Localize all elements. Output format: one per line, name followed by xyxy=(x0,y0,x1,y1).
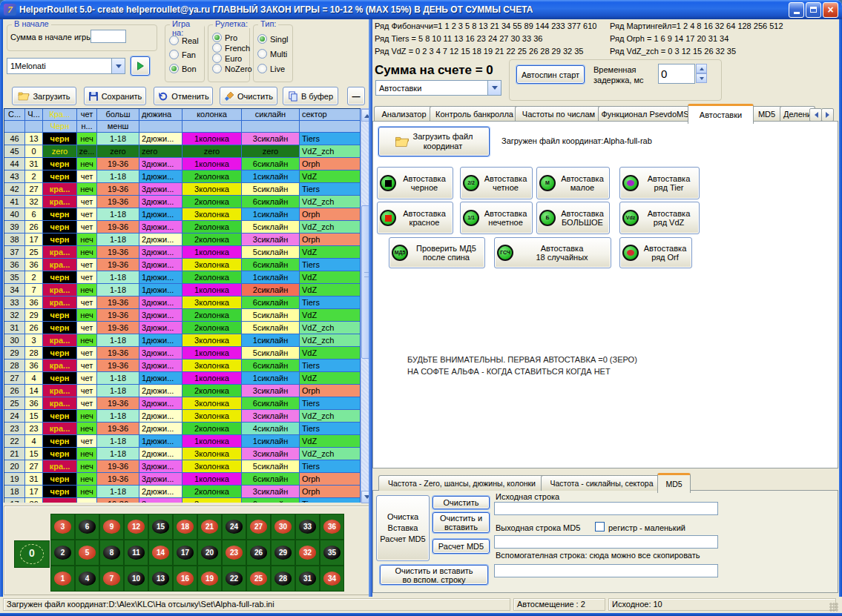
roulette-cell-4[interactable]: 4 xyxy=(75,566,99,592)
radio-roulette-kind-nozero[interactable]: NoZero xyxy=(212,64,252,73)
md5-clear-paste-calc-button[interactable]: ОчисткаВставкаРасчет MD5 xyxy=(376,495,430,561)
roulette-cell-27[interactable]: 27 xyxy=(246,514,271,540)
radio-type-singl[interactable]: Singl xyxy=(257,34,288,44)
table-row[interactable]: 2323кра...неч19-362дюжи...2колонка4сикла… xyxy=(4,423,361,435)
resize-grip[interactable] xyxy=(829,603,838,612)
roulette-cell-6[interactable]: 6 xyxy=(75,514,99,540)
radio-type-live[interactable]: Live xyxy=(257,64,285,73)
radio-roulette-kind-euro[interactable]: Euro xyxy=(212,53,242,63)
table-row[interactable]: 4132кра...чет19-363дюжи...2колонка6сикла… xyxy=(4,196,361,208)
roulette-cell-11[interactable]: 11 xyxy=(124,540,148,566)
autospin-start-button[interactable]: Автоспин старт xyxy=(516,65,585,84)
chevron-down-icon[interactable] xyxy=(487,81,501,95)
table-row[interactable]: 2836кра...чет19-363дюжи...3колонка6сикла… xyxy=(4,360,361,372)
profile-combo[interactable]: 1Melonati xyxy=(7,58,125,74)
autostake-большое-button[interactable]: БАвтоставкаБОЛЬШОЕ xyxy=(536,202,610,234)
bottom-tab-2[interactable]: Частота - сиклайны, сектора xyxy=(541,475,662,491)
roulette-cell-33[interactable]: 33 xyxy=(295,514,320,540)
tab-анализатор[interactable]: Анализатор xyxy=(374,106,434,122)
roulette-cell-3[interactable]: 3 xyxy=(50,514,75,540)
очистить-button[interactable]: Очистить xyxy=(220,87,277,105)
bottom-tab-3[interactable]: MD5 xyxy=(657,473,691,493)
roulette-cell-30[interactable]: 30 xyxy=(271,514,295,540)
autostake-четное-button[interactable]: 2/2Автоставкачетное xyxy=(460,167,533,199)
roulette-cell-26[interactable]: 26 xyxy=(246,540,271,566)
table-row[interactable]: 3725кра...неч19-363дюжи...1колонка5сикла… xyxy=(4,246,361,259)
table-row[interactable]: 2536кра...чет19-363дюжи...3колонка6сикла… xyxy=(4,397,361,410)
delay-input[interactable]: 0 xyxy=(658,64,695,84)
roulette-cell-36[interactable]: 36 xyxy=(320,514,344,540)
md5-calc-button[interactable]: Расчет MD5 xyxy=(432,539,490,554)
radio-game-on-fan[interactable]: Fan xyxy=(169,50,196,59)
table-row[interactable]: 4227кра...неч19-363дюжи...3колонка5сикла… xyxy=(4,183,361,196)
roulette-cell-2[interactable]: 2 xyxy=(50,540,75,566)
table-row[interactable]: 3126чернчет19-363дюжи...2колонка5сиклайн… xyxy=(4,322,361,334)
start-sum-input[interactable] xyxy=(91,30,126,43)
table-row[interactable]: 3636кра...чет19-363дюжи...3колонка6сикла… xyxy=(4,259,361,271)
table-row[interactable]: 2614кра...чет1-182дюжи...2колонка3сиклай… xyxy=(4,385,361,397)
register-checkbox[interactable] xyxy=(595,522,605,531)
tab-md5[interactable]: MD5 xyxy=(749,106,784,122)
delay-spinner[interactable] xyxy=(696,64,707,83)
spinner-up-icon[interactable] xyxy=(696,64,707,73)
table-row[interactable]: 3926чернчет19-363дюжи...2колонка5сиклайн… xyxy=(4,221,361,234)
roulette-cell-21[interactable]: 21 xyxy=(197,514,222,540)
md5-clear-button[interactable]: Очистить xyxy=(432,496,490,509)
radio-roulette-kind-pro[interactable]: Pro xyxy=(212,33,237,42)
source-string-input[interactable] xyxy=(494,502,718,515)
minimize-button[interactable] xyxy=(789,2,804,18)
table-row[interactable]: 352чернчет1-181дюжи...2колонка1сиклайнVd… xyxy=(4,271,361,284)
load-coords-button[interactable]: Загрузить файлкоординат xyxy=(378,127,490,156)
aux-string-input[interactable] xyxy=(494,564,718,577)
spinner-down-icon[interactable] xyxy=(696,73,707,83)
play-button[interactable] xyxy=(131,56,150,76)
autostake-красное-button[interactable]: Автоставкакрасное xyxy=(377,202,453,234)
autostake-малое-button[interactable]: MАвтоставкамалое xyxy=(536,167,610,199)
autostake-после-спина-button[interactable]: МД5Проверить МД5после спина xyxy=(389,237,485,268)
roulette-cell-10[interactable]: 10 xyxy=(124,566,148,592)
radio-type-multi[interactable]: Multi xyxy=(257,49,287,59)
table-row[interactable]: 303кра...неч1-181дюжи...3колонка1сиклайн… xyxy=(4,334,361,347)
roulette-cell-1[interactable]: 1 xyxy=(50,566,75,592)
roulette-cell-24[interactable]: 24 xyxy=(222,514,246,540)
tab-scroll-right[interactable] xyxy=(821,108,834,122)
roulette-cell-0[interactable]: 0 xyxy=(14,540,50,568)
table-row[interactable]: 2415черннеч1-182дюжи...3колонка3сиклайнV… xyxy=(4,410,361,423)
roulette-cell-29[interactable]: 29 xyxy=(271,540,295,566)
autostake-ряд-tier-button[interactable]: Автоставкаряд Tier xyxy=(619,167,700,199)
roulette-cell-9[interactable]: 9 xyxy=(99,514,124,540)
roulette-cell-5[interactable]: 5 xyxy=(75,540,99,566)
roulette-cell-22[interactable]: 22 xyxy=(222,566,246,592)
md5-clear-paste-aux-button[interactable]: Очистить и вставитьво вспом. строку xyxy=(380,565,488,585)
отменить-button[interactable]: Отменить xyxy=(154,87,213,105)
table-row[interactable]: 2027кра...неч19-363дюжи...3колонка5сикла… xyxy=(4,460,361,473)
table-row[interactable]: 2928чернчет19-363дюжи...1колонка5сиклайн… xyxy=(4,347,361,360)
сохранить-button[interactable]: Сохранить xyxy=(84,87,146,105)
table-row[interactable]: 224чернчет1-181дюжи...1колонка1сиклайнVd… xyxy=(4,435,361,448)
roulette-cell-18[interactable]: 18 xyxy=(173,514,197,540)
tab-частоты-по-числам[interactable]: Частоты по числам xyxy=(515,106,602,122)
tab-контроль-банкролла[interactable]: Контроль банкролла xyxy=(430,106,519,122)
tab-автоставки[interactable]: Автоставки xyxy=(688,104,754,124)
roulette-cell-19[interactable]: 19 xyxy=(197,566,222,592)
close-button[interactable]: × xyxy=(823,2,838,18)
roulette-cell-8[interactable]: 8 xyxy=(99,540,124,566)
table-row[interactable]: 4431черннеч19-363дюжи...1колонка6сиклайн… xyxy=(4,158,361,170)
roulette-cell-32[interactable]: 32 xyxy=(295,540,320,566)
autostake-ряд-vdz-button[interactable]: VdzАвтоставкаряд VdZ xyxy=(619,202,700,234)
roulette-cell-17[interactable]: 17 xyxy=(173,540,197,566)
table-row[interactable]: 432чернчет1-181дюжи...2колонка1сиклайнVd… xyxy=(4,170,361,183)
roulette-cell-14[interactable]: 14 xyxy=(148,540,173,566)
maximize-button[interactable] xyxy=(806,2,821,18)
autostakes-combo[interactable]: Автоставки xyxy=(375,80,501,96)
table-row[interactable]: 1817черннеч1-182дюжи...2колонка3сиклайнO… xyxy=(4,486,361,498)
autostake-18-случайных-button[interactable]: ГСЧАвтоставка18 случайных xyxy=(494,237,611,268)
roulette-cell-31[interactable]: 31 xyxy=(295,566,320,592)
roulette-cell-12[interactable]: 12 xyxy=(124,514,148,540)
roulette-cell-7[interactable]: 7 xyxy=(99,566,124,592)
roulette-cell-13[interactable]: 13 xyxy=(148,566,173,592)
tab-scroll-left[interactable] xyxy=(809,108,822,122)
загрузить-button[interactable]: Загрузить xyxy=(12,87,76,105)
table-row[interactable]: 1736кра...чет19-363дюжи...3колонка6сикла… xyxy=(4,498,361,503)
collapse-button[interactable]: — xyxy=(347,87,365,105)
